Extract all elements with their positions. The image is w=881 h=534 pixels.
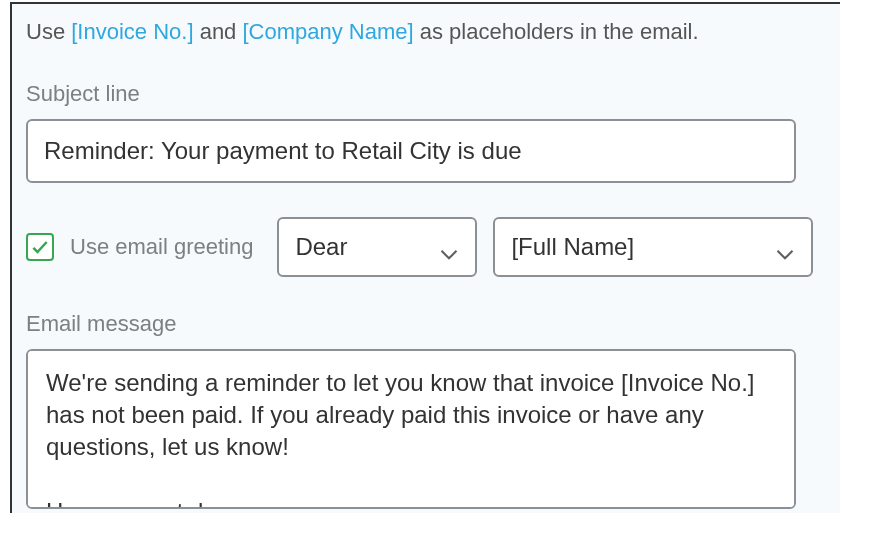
use-greeting-checkbox[interactable]: [26, 233, 54, 261]
subject-input[interactable]: [26, 119, 796, 183]
chevron-down-icon: [775, 240, 795, 254]
hint-text: as placeholders in the email.: [414, 19, 699, 44]
company-name-placeholder-link[interactable]: [Company Name]: [242, 19, 413, 44]
use-greeting-label: Use email greeting: [70, 234, 253, 260]
salutation-select[interactable]: Dear: [277, 217, 477, 277]
check-icon: [30, 237, 50, 257]
hint-text: Use: [26, 19, 71, 44]
placeholder-hint: Use [Invoice No.] and [Company Name] as …: [26, 18, 822, 47]
subject-label: Subject line: [26, 81, 822, 107]
name-token-value: [Full Name]: [511, 233, 634, 261]
salutation-value: Dear: [295, 233, 347, 261]
message-textarea[interactable]: [26, 349, 796, 509]
email-reminder-panel: Use [Invoice No.] and [Company Name] as …: [10, 2, 840, 513]
hint-text: and: [194, 19, 243, 44]
name-token-select[interactable]: [Full Name]: [493, 217, 813, 277]
invoice-no-placeholder-link[interactable]: [Invoice No.]: [71, 19, 193, 44]
chevron-down-icon: [439, 240, 459, 254]
message-label: Email message: [26, 311, 822, 337]
greeting-row: Use email greeting Dear [Full Name]: [26, 217, 822, 277]
